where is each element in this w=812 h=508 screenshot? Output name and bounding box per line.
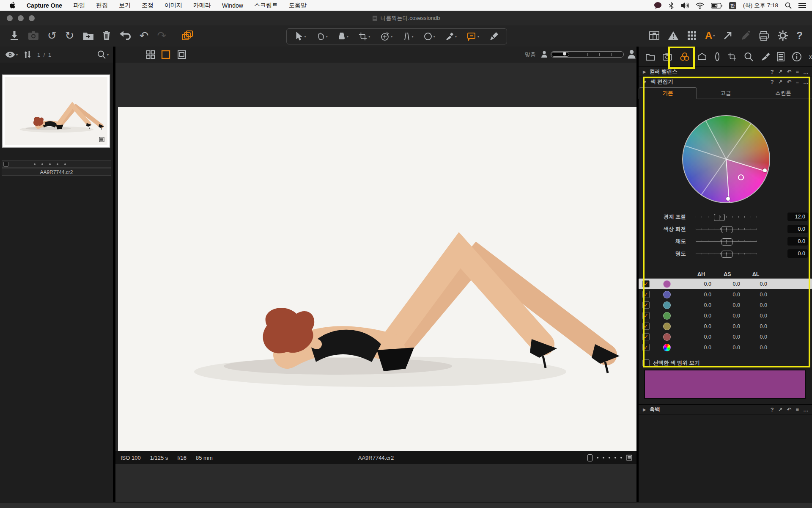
slider-handle[interactable] bbox=[721, 251, 732, 258]
color-range-row[interactable]: ✓ 0.00.00.0 bbox=[639, 289, 812, 300]
rotate-right-icon[interactable]: ↻ bbox=[65, 30, 74, 41]
edit-pencil-icon[interactable] bbox=[741, 30, 750, 41]
focus-tab-icon[interactable] bbox=[743, 52, 754, 62]
color-balance-section[interactable]: ▶ 컬러 밸런스 ? ↗ ↶ ≡ … bbox=[639, 67, 812, 77]
marker-tool-icon[interactable] bbox=[489, 31, 499, 41]
thumb-select-checkbox[interactable] bbox=[3, 162, 8, 167]
loupe-tool-icon[interactable] bbox=[337, 31, 346, 41]
range-swatch[interactable] bbox=[663, 301, 671, 309]
panel-divider[interactable] bbox=[113, 47, 115, 502]
single-view-icon[interactable] bbox=[161, 50, 170, 59]
menu-view[interactable]: 보기 bbox=[119, 2, 131, 9]
warning-icon[interactable] bbox=[668, 30, 679, 41]
volume-icon[interactable] bbox=[680, 2, 689, 9]
orientation-icon[interactable] bbox=[587, 454, 593, 461]
input-source-badge[interactable]: 한 bbox=[729, 2, 736, 9]
draw-mask-tool-icon[interactable] bbox=[445, 31, 454, 41]
range-checkbox[interactable]: ✓ bbox=[642, 312, 650, 319]
spot-removal-tool-icon[interactable] bbox=[423, 31, 433, 41]
crop-tool-icon[interactable] bbox=[358, 31, 368, 41]
exposure-tab-icon[interactable] bbox=[697, 52, 707, 61]
view-range-checkbox[interactable] bbox=[642, 359, 650, 367]
range-checkbox[interactable]: ✓ bbox=[642, 280, 650, 287]
menu-window[interactable]: Window bbox=[222, 2, 243, 9]
annotations-visibility-icon[interactable]: A▾ bbox=[705, 30, 715, 41]
slider-handle[interactable] bbox=[721, 226, 732, 233]
annotation-tool-icon[interactable] bbox=[466, 31, 477, 41]
proof-margin-icon[interactable] bbox=[687, 30, 697, 41]
range-swatch[interactable] bbox=[663, 312, 671, 320]
rating-dot[interactable] bbox=[609, 457, 610, 458]
color-tab-icon[interactable] bbox=[679, 52, 690, 62]
menu-camera[interactable]: 카메라 bbox=[193, 2, 211, 9]
slider-handle[interactable] bbox=[721, 238, 732, 246]
color-range-row[interactable]: ✓ 0.00.00.0 bbox=[639, 310, 812, 321]
viewer-layout-icon[interactable] bbox=[649, 30, 660, 41]
menu-file[interactable]: 파일 bbox=[73, 2, 85, 9]
rating-strip[interactable] bbox=[2, 160, 111, 168]
window-titlebar[interactable]: 나름찍는다.cosessiondb bbox=[0, 11, 812, 26]
bluetooth-icon[interactable] bbox=[669, 2, 674, 9]
expand-icon[interactable]: ↗ bbox=[778, 79, 783, 85]
capture-icon[interactable] bbox=[28, 31, 39, 40]
help-icon[interactable]: ? bbox=[771, 406, 774, 413]
spotlight-icon[interactable] bbox=[785, 2, 792, 9]
panel-divider[interactable] bbox=[636, 47, 639, 502]
print-icon[interactable] bbox=[758, 30, 769, 41]
slider-value[interactable]: 0.0 bbox=[787, 225, 808, 233]
pan-tool-icon[interactable] bbox=[316, 31, 325, 41]
revert-icon[interactable] bbox=[119, 30, 131, 41]
menu-adjust[interactable]: 조정 bbox=[142, 2, 154, 9]
variants-list-icon[interactable] bbox=[626, 455, 632, 461]
menu-app-name[interactable]: Capture One bbox=[27, 2, 62, 9]
wheel-range-handle[interactable] bbox=[726, 197, 730, 201]
presets-icon[interactable]: ≡ bbox=[796, 79, 799, 85]
select-tool-icon[interactable] bbox=[294, 31, 304, 41]
tab-skintone[interactable]: 스킨톤 bbox=[754, 87, 812, 99]
range-swatch[interactable] bbox=[663, 333, 671, 341]
expand-icon[interactable]: ↗ bbox=[778, 69, 783, 75]
disclosure-triangle-icon[interactable]: ▼ bbox=[643, 80, 647, 84]
range-checkbox[interactable]: ✓ bbox=[642, 344, 650, 351]
help-icon[interactable]: ? bbox=[796, 30, 803, 41]
menu-edit[interactable]: 편집 bbox=[96, 2, 108, 9]
view-selected-range-row[interactable]: 선택한 색 범위 보기 bbox=[639, 358, 812, 368]
color-range-row[interactable]: ✓ 0.00.00.0 bbox=[639, 342, 812, 353]
chat-icon[interactable] bbox=[654, 2, 662, 9]
zoom-fit-label[interactable]: 맞춤 bbox=[525, 51, 536, 58]
library-tab-icon[interactable] bbox=[645, 52, 656, 61]
help-icon[interactable]: ? bbox=[771, 69, 774, 75]
range-checkbox[interactable]: ✓ bbox=[642, 291, 650, 298]
rating-dots[interactable] bbox=[34, 163, 66, 165]
capture-tab-icon[interactable] bbox=[662, 52, 672, 61]
wheel-selection-marker[interactable] bbox=[738, 174, 744, 180]
info-tab-icon[interactable] bbox=[792, 52, 802, 62]
metadata-tab-icon[interactable] bbox=[776, 52, 785, 62]
range-swatch[interactable] bbox=[663, 323, 671, 330]
presets-icon[interactable]: ≡ bbox=[796, 69, 799, 75]
range-swatch[interactable] bbox=[663, 280, 671, 288]
proof-view-icon[interactable] bbox=[177, 50, 187, 59]
range-swatch[interactable] bbox=[663, 291, 671, 298]
viewer-zoom-slider[interactable] bbox=[551, 51, 624, 58]
more-tabs-icon[interactable]: » bbox=[809, 52, 812, 61]
reset-icon[interactable]: ↶ bbox=[787, 69, 792, 75]
slider-value[interactable]: 0.0 bbox=[787, 249, 808, 258]
more-icon[interactable]: … bbox=[803, 406, 809, 413]
import-images-icon[interactable] bbox=[9, 30, 19, 41]
color-editor-section-header[interactable]: ▼ 색 편집기 ? ↗ ↶ ≡ … bbox=[639, 77, 812, 87]
color-range-row[interactable]: ✓ 0.00.00.0 bbox=[639, 279, 812, 289]
color-range-row[interactable]: ✓ 0.00.00.0 bbox=[639, 321, 812, 331]
rotate-straighten-tool-icon[interactable] bbox=[380, 31, 390, 41]
zoom-slider-knob[interactable] bbox=[563, 52, 566, 55]
presets-icon[interactable]: ≡ bbox=[796, 406, 799, 413]
thumbnail-card[interactable] bbox=[2, 75, 110, 148]
rating-dot[interactable] bbox=[620, 457, 622, 458]
undo-icon[interactable]: ↶ bbox=[140, 30, 149, 41]
thumbnail-image[interactable] bbox=[5, 77, 107, 145]
rotate-left-icon[interactable]: ↺ bbox=[47, 30, 57, 41]
filename-strip[interactable]: AA9R7744.cr2 bbox=[2, 168, 111, 176]
disclosure-triangle-icon[interactable]: ▶ bbox=[643, 407, 646, 412]
adjustments-tab-icon[interactable] bbox=[760, 52, 770, 62]
copy-adjustments-icon[interactable] bbox=[181, 30, 193, 41]
